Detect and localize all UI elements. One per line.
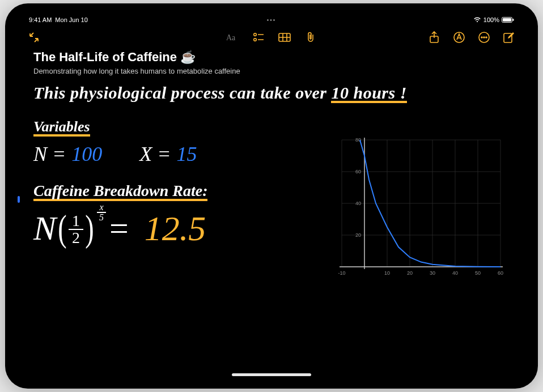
hw-main-b: 10 hours ! xyxy=(331,83,406,103)
coffee-emoji: ☕️ xyxy=(180,50,196,65)
wifi-icon xyxy=(473,17,481,23)
status-date: Mon Jun 10 xyxy=(55,16,87,23)
ipad-frame: 9:41 AM Mon Jun 10 ••• 100% xyxy=(5,3,538,389)
svg-point-17 xyxy=(486,37,487,38)
status-time: 9:41 AM xyxy=(29,16,52,23)
note-subtitle[interactable]: Demonstrating how long it takes humans t… xyxy=(33,67,510,75)
hw-n-val: 100 xyxy=(71,142,102,166)
compose-icon[interactable] xyxy=(503,31,515,44)
handwriting-canvas[interactable]: This physiological process can take over… xyxy=(18,78,525,360)
hw-main-line: This physiological process can take over… xyxy=(33,83,510,103)
svg-text:40: 40 xyxy=(452,270,458,276)
svg-text:30: 30 xyxy=(430,270,435,276)
table-icon[interactable] xyxy=(278,31,291,44)
svg-text:20: 20 xyxy=(407,270,413,276)
toolbar: Aa xyxy=(18,25,525,48)
hw-formula-n: N xyxy=(33,209,56,248)
svg-rect-1 xyxy=(503,18,511,22)
decay-graph: -1010203040506020406080 xyxy=(319,134,506,282)
screen: 9:41 AM Mon Jun 10 ••• 100% xyxy=(18,12,525,380)
hw-eq-n: N = 100 xyxy=(33,142,102,166)
svg-point-15 xyxy=(481,37,482,38)
checklist-icon[interactable] xyxy=(252,31,265,44)
svg-rect-2 xyxy=(513,19,514,21)
hw-formula: N ( 1 2 ) x 5 xyxy=(33,207,207,250)
multitask-dots[interactable]: ••• xyxy=(267,17,277,23)
svg-text:Aa: Aa xyxy=(226,33,236,42)
svg-text:60: 60 xyxy=(355,169,361,174)
status-bar: 9:41 AM Mon Jun 10 ••• 100% xyxy=(18,12,525,25)
status-left: 9:41 AM Mon Jun 10 xyxy=(29,16,88,23)
hw-rate-label: Caffeine Breakdown Rate: xyxy=(33,182,207,201)
svg-text:-10: -10 xyxy=(338,270,345,276)
more-icon[interactable] xyxy=(478,31,490,44)
status-right: 100% xyxy=(473,16,514,23)
svg-text:60: 60 xyxy=(498,270,503,276)
attachment-icon[interactable] xyxy=(304,31,317,44)
hw-equals: = xyxy=(109,209,129,248)
note-header: The Half-Life of Caffeine ☕️ Demonstrati… xyxy=(18,48,525,78)
hw-n-sym: N = xyxy=(33,142,66,166)
hw-variables-label: Variables xyxy=(33,118,90,137)
hw-exp-den: 5 xyxy=(97,213,106,222)
note-title[interactable]: The Half-Life of Caffeine ☕️ xyxy=(33,50,510,65)
svg-point-4 xyxy=(254,33,257,36)
hw-eq-x: X = 15 xyxy=(139,142,197,166)
hw-exp-num: x xyxy=(97,203,105,213)
svg-text:10: 10 xyxy=(384,270,390,276)
home-indicator[interactable] xyxy=(232,373,311,376)
text-style-icon[interactable]: Aa xyxy=(226,31,239,44)
battery-icon xyxy=(502,17,514,23)
hw-result: 12.5 xyxy=(145,208,206,249)
hw-main-a: This physiological process can take over xyxy=(33,83,331,102)
hw-x-sym: X = xyxy=(139,142,171,166)
battery-percent: 100% xyxy=(483,16,499,23)
note-title-text: The Half-Life of Caffeine xyxy=(33,50,177,65)
share-icon[interactable] xyxy=(428,31,440,44)
svg-text:40: 40 xyxy=(355,201,361,206)
hw-x-val: 15 xyxy=(177,142,197,166)
svg-text:20: 20 xyxy=(355,232,361,238)
collapse-icon[interactable] xyxy=(28,31,40,44)
svg-text:50: 50 xyxy=(475,270,481,276)
svg-point-6 xyxy=(254,39,257,41)
svg-point-16 xyxy=(483,37,485,38)
hw-half-num: 1 xyxy=(69,213,83,230)
hw-half-den: 2 xyxy=(69,230,83,246)
markup-icon[interactable] xyxy=(453,31,465,44)
